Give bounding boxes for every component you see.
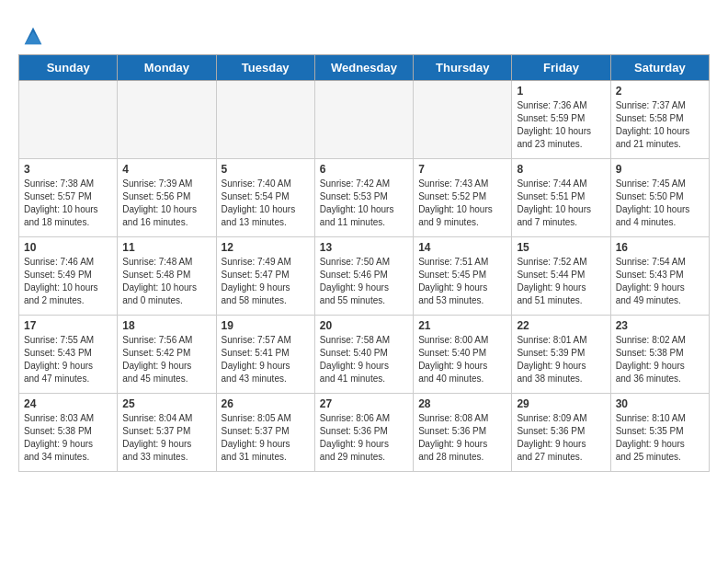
day-info: Sunrise: 7:40 AM Sunset: 5:54 PM Dayligh… <box>222 178 310 229</box>
day-info: Sunrise: 8:06 AM Sunset: 5:36 PM Dayligh… <box>320 412 408 464</box>
day-number: 12 <box>222 241 310 254</box>
calendar-cell: 27Sunrise: 8:06 AM Sunset: 5:36 PM Dayli… <box>314 394 413 472</box>
calendar-cell: 6Sunrise: 7:42 AM Sunset: 5:53 PM Daylig… <box>314 159 413 237</box>
calendar-cell: 1Sunrise: 7:36 AM Sunset: 5:59 PM Daylig… <box>512 81 610 159</box>
day-number: 13 <box>320 241 408 254</box>
calendar-cell: 24Sunrise: 8:03 AM Sunset: 5:38 PM Dayli… <box>19 394 118 472</box>
day-number: 20 <box>320 319 408 332</box>
day-info: Sunrise: 7:49 AM Sunset: 5:47 PM Dayligh… <box>222 256 310 307</box>
day-info: Sunrise: 8:09 AM Sunset: 5:36 PM Dayligh… <box>517 412 605 464</box>
day-number: 8 <box>517 163 605 176</box>
calendar-cell: 26Sunrise: 8:05 AM Sunset: 5:37 PM Dayli… <box>216 394 314 472</box>
day-info: Sunrise: 7:43 AM Sunset: 5:52 PM Dayligh… <box>418 178 506 229</box>
day-number: 6 <box>320 163 408 176</box>
day-number: 25 <box>122 397 210 410</box>
calendar-cell <box>414 81 512 159</box>
day-info: Sunrise: 7:37 AM Sunset: 5:58 PM Dayligh… <box>616 99 704 151</box>
calendar-day-header: Monday <box>118 55 216 81</box>
logo-icon <box>20 23 46 49</box>
day-number: 26 <box>222 397 310 410</box>
day-number: 23 <box>616 319 704 332</box>
calendar-cell: 15Sunrise: 7:52 AM Sunset: 5:44 PM Dayli… <box>512 237 610 316</box>
calendar-cell: 16Sunrise: 7:54 AM Sunset: 5:43 PM Dayli… <box>610 237 709 316</box>
day-info: Sunrise: 8:05 AM Sunset: 5:37 PM Dayligh… <box>222 412 310 464</box>
day-info: Sunrise: 7:52 AM Sunset: 5:44 PM Dayligh… <box>517 256 605 307</box>
day-info: Sunrise: 8:03 AM Sunset: 5:38 PM Dayligh… <box>24 412 112 464</box>
calendar-cell: 13Sunrise: 7:50 AM Sunset: 5:46 PM Dayli… <box>314 237 413 316</box>
calendar-week-row: 3Sunrise: 7:38 AM Sunset: 5:57 PM Daylig… <box>19 159 710 237</box>
calendar-cell: 4Sunrise: 7:39 AM Sunset: 5:56 PM Daylig… <box>118 159 216 237</box>
calendar-cell: 11Sunrise: 7:48 AM Sunset: 5:48 PM Dayli… <box>118 237 216 316</box>
calendar-cell: 30Sunrise: 8:10 AM Sunset: 5:35 PM Dayli… <box>610 394 709 472</box>
day-number: 27 <box>320 397 408 410</box>
calendar-cell: 8Sunrise: 7:44 AM Sunset: 5:51 PM Daylig… <box>512 159 610 237</box>
calendar-week-row: 24Sunrise: 8:03 AM Sunset: 5:38 PM Dayli… <box>19 394 710 472</box>
calendar-cell: 7Sunrise: 7:43 AM Sunset: 5:52 PM Daylig… <box>414 159 512 237</box>
day-number: 4 <box>122 163 210 176</box>
calendar-cell <box>216 81 314 159</box>
day-info: Sunrise: 7:50 AM Sunset: 5:46 PM Dayligh… <box>320 256 408 307</box>
day-number: 1 <box>517 85 605 98</box>
day-number: 30 <box>616 397 704 410</box>
day-info: Sunrise: 7:42 AM Sunset: 5:53 PM Dayligh… <box>320 178 408 229</box>
calendar-cell: 12Sunrise: 7:49 AM Sunset: 5:47 PM Dayli… <box>216 237 314 316</box>
day-number: 21 <box>418 319 506 332</box>
calendar-cell: 23Sunrise: 8:02 AM Sunset: 5:38 PM Dayli… <box>610 316 709 394</box>
calendar-day-header: Thursday <box>414 55 512 81</box>
day-info: Sunrise: 7:56 AM Sunset: 5:42 PM Dayligh… <box>122 334 210 385</box>
calendar-cell: 2Sunrise: 7:37 AM Sunset: 5:58 PM Daylig… <box>610 81 709 159</box>
calendar-table: SundayMondayTuesdayWednesdayThursdayFrid… <box>18 54 710 472</box>
calendar-cell <box>19 81 118 159</box>
day-number: 9 <box>616 163 704 176</box>
calendar-cell: 29Sunrise: 8:09 AM Sunset: 5:36 PM Dayli… <box>512 394 610 472</box>
calendar-cell <box>118 81 216 159</box>
calendar-cell: 5Sunrise: 7:40 AM Sunset: 5:54 PM Daylig… <box>216 159 314 237</box>
day-info: Sunrise: 7:38 AM Sunset: 5:57 PM Dayligh… <box>24 178 112 229</box>
calendar-day-header: Wednesday <box>314 55 413 81</box>
calendar-day-header: Saturday <box>610 55 709 81</box>
day-info: Sunrise: 7:51 AM Sunset: 5:45 PM Dayligh… <box>418 256 506 307</box>
day-number: 17 <box>24 319 112 332</box>
day-number: 19 <box>222 319 310 332</box>
day-info: Sunrise: 7:48 AM Sunset: 5:48 PM Dayligh… <box>122 256 210 307</box>
day-info: Sunrise: 7:44 AM Sunset: 5:51 PM Dayligh… <box>517 178 605 229</box>
calendar-cell: 18Sunrise: 7:56 AM Sunset: 5:42 PM Dayli… <box>118 316 216 394</box>
day-number: 15 <box>517 241 605 254</box>
calendar-cell: 25Sunrise: 8:04 AM Sunset: 5:37 PM Dayli… <box>118 394 216 472</box>
calendar-day-header: Tuesday <box>216 55 314 81</box>
calendar-cell: 10Sunrise: 7:46 AM Sunset: 5:49 PM Dayli… <box>19 237 118 316</box>
calendar-cell: 9Sunrise: 7:45 AM Sunset: 5:50 PM Daylig… <box>610 159 709 237</box>
day-info: Sunrise: 8:08 AM Sunset: 5:36 PM Dayligh… <box>418 412 506 464</box>
day-info: Sunrise: 7:46 AM Sunset: 5:49 PM Dayligh… <box>24 256 112 307</box>
day-info: Sunrise: 8:04 AM Sunset: 5:37 PM Dayligh… <box>122 412 210 464</box>
day-number: 11 <box>122 241 210 254</box>
day-number: 5 <box>222 163 310 176</box>
day-number: 3 <box>24 163 112 176</box>
calendar-cell: 14Sunrise: 7:51 AM Sunset: 5:45 PM Dayli… <box>414 237 512 316</box>
logo <box>18 23 46 45</box>
day-number: 28 <box>418 397 506 410</box>
day-number: 18 <box>122 319 210 332</box>
calendar-week-row: 10Sunrise: 7:46 AM Sunset: 5:49 PM Dayli… <box>19 237 710 316</box>
calendar-cell: 3Sunrise: 7:38 AM Sunset: 5:57 PM Daylig… <box>19 159 118 237</box>
page-header <box>18 18 710 45</box>
day-info: Sunrise: 8:00 AM Sunset: 5:40 PM Dayligh… <box>418 334 506 385</box>
calendar-day-header: Sunday <box>19 55 118 81</box>
calendar-cell <box>314 81 413 159</box>
day-info: Sunrise: 8:01 AM Sunset: 5:39 PM Dayligh… <box>517 334 605 385</box>
calendar-day-header: Friday <box>512 55 610 81</box>
day-info: Sunrise: 7:45 AM Sunset: 5:50 PM Dayligh… <box>616 178 704 229</box>
svg-marker-1 <box>25 31 42 44</box>
day-number: 24 <box>24 397 112 410</box>
calendar-cell: 22Sunrise: 8:01 AM Sunset: 5:39 PM Dayli… <box>512 316 610 394</box>
day-number: 14 <box>418 241 506 254</box>
day-info: Sunrise: 7:39 AM Sunset: 5:56 PM Dayligh… <box>122 178 210 229</box>
day-number: 22 <box>517 319 605 332</box>
calendar-cell: 19Sunrise: 7:57 AM Sunset: 5:41 PM Dayli… <box>216 316 314 394</box>
day-number: 2 <box>616 85 704 98</box>
calendar-week-row: 1Sunrise: 7:36 AM Sunset: 5:59 PM Daylig… <box>19 81 710 159</box>
day-info: Sunrise: 7:36 AM Sunset: 5:59 PM Dayligh… <box>517 99 605 151</box>
day-number: 7 <box>418 163 506 176</box>
calendar-cell: 21Sunrise: 8:00 AM Sunset: 5:40 PM Dayli… <box>414 316 512 394</box>
calendar-cell: 28Sunrise: 8:08 AM Sunset: 5:36 PM Dayli… <box>414 394 512 472</box>
